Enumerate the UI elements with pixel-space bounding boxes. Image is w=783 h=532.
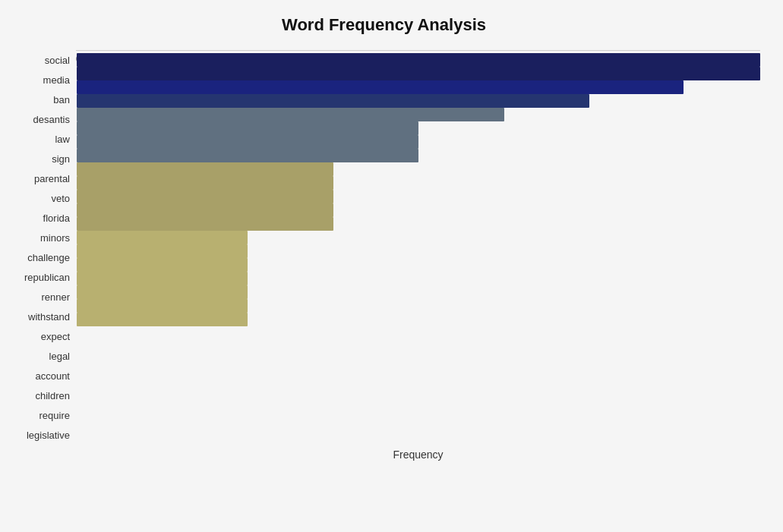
bar [77, 80, 684, 94]
bar-row [77, 217, 760, 231]
y-label: social [45, 50, 70, 70]
bar [77, 272, 248, 285]
y-label: withstand [28, 307, 70, 327]
bar [77, 190, 333, 203]
y-label: parental [34, 168, 70, 188]
y-label: florida [43, 208, 70, 228]
bar-row [77, 67, 760, 80]
y-label: legal [49, 347, 70, 367]
bar-row [77, 162, 760, 176]
chart-title: Word Frequency Analysis [8, 15, 760, 35]
bar-row [77, 176, 760, 190]
bar [77, 244, 248, 258]
bar [77, 53, 760, 67]
y-label: expect [41, 327, 70, 347]
bar [77, 299, 248, 313]
bars-area [76, 50, 760, 51]
bar-row [77, 272, 760, 285]
chart-container: Word Frequency Analysis socialmediabande… [0, 0, 783, 532]
bar-row [77, 313, 760, 326]
bar [77, 67, 760, 80]
bar [77, 203, 333, 217]
bar [77, 108, 504, 121]
bar [77, 135, 418, 149]
y-label: veto [51, 188, 70, 208]
bar-row [77, 94, 760, 108]
bar-row [77, 299, 760, 313]
x-axis-title: Frequency [8, 449, 760, 461]
bar [77, 285, 248, 299]
bar-row [77, 285, 760, 299]
y-label: law [55, 129, 70, 149]
y-label: desantis [33, 109, 70, 129]
bar [77, 217, 333, 231]
y-label: media [43, 70, 70, 90]
bar [77, 121, 418, 135]
bar [77, 176, 333, 190]
y-label: children [35, 386, 70, 406]
bar-row [77, 149, 760, 162]
y-label: sign [52, 149, 70, 168]
bar-row [77, 135, 760, 149]
bar [77, 162, 333, 176]
y-label: republican [24, 268, 70, 288]
y-label: legislative [27, 426, 70, 445]
bar-row [77, 244, 760, 258]
bar [77, 149, 418, 162]
bar-row [77, 190, 760, 203]
bar-row [77, 121, 760, 135]
y-label: account [35, 367, 70, 386]
y-label: renner [41, 288, 70, 307]
y-label: challenge [27, 247, 70, 267]
bar [77, 313, 248, 326]
bar [77, 94, 589, 108]
bar [77, 231, 248, 244]
y-label: minors [40, 228, 70, 247]
y-label: require [39, 406, 70, 426]
bar-row [77, 108, 760, 121]
y-axis: socialmediabandesantislawsignparentalvet… [8, 50, 76, 445]
bar-row [77, 231, 760, 244]
bar-row [77, 53, 760, 67]
bar-row [77, 258, 760, 272]
bar-row [77, 80, 760, 94]
bar-row [77, 203, 760, 217]
y-label: ban [53, 90, 70, 109]
bar [77, 258, 248, 272]
